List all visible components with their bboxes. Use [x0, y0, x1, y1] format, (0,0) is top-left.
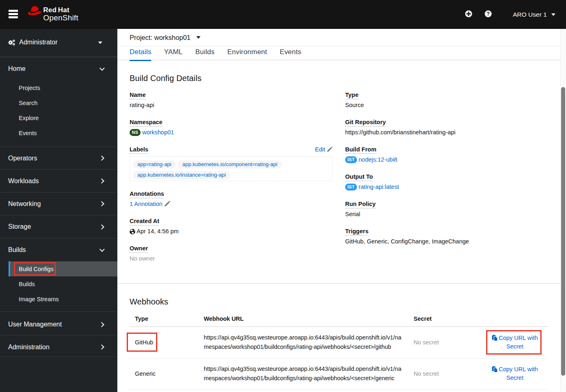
svg-text:?: ? [487, 11, 490, 17]
